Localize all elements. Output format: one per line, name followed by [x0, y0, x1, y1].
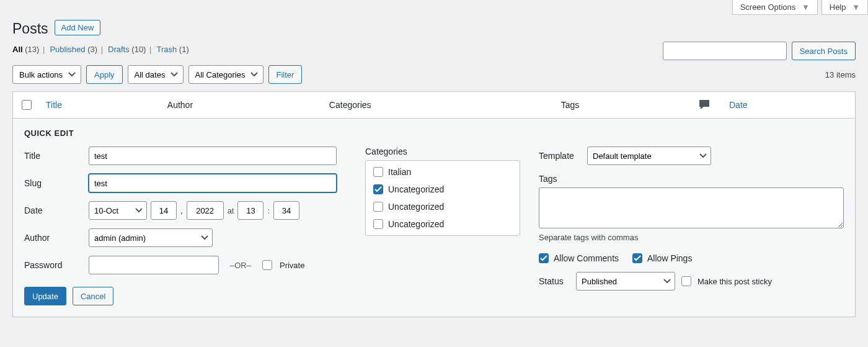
category-filter-select[interactable]: All Categories [188, 65, 264, 84]
page-title: Posts [12, 15, 48, 40]
password-label: Password [24, 260, 81, 270]
categories-label: Categories [365, 146, 520, 156]
date-filter-select[interactable]: All dates [128, 65, 184, 84]
filter-drafts-count: (10) [131, 45, 146, 54]
filter-all-count: (13) [25, 45, 39, 54]
category-checkbox-uncategorized[interactable] [373, 184, 383, 194]
filter-trash-count: (1) [179, 45, 189, 54]
screen-options-button[interactable]: Screen Options ▼ [732, 0, 818, 15]
select-all-checkbox[interactable] [22, 100, 32, 110]
password-input[interactable] [89, 256, 219, 274]
sticky-checkbox[interactable] [681, 276, 691, 286]
slug-input[interactable] [89, 174, 337, 192]
bulk-actions-select[interactable]: Bulk actions [12, 65, 81, 84]
category-checklist: Italian Uncategorized Uncategorized [365, 160, 520, 236]
tags-label: Tags [539, 174, 844, 184]
column-date[interactable]: Date [723, 92, 856, 119]
tags-textarea[interactable] [539, 187, 844, 228]
author-select[interactable]: admin (admin) [89, 228, 213, 247]
category-label: Uncategorized [388, 184, 444, 194]
apply-bulk-button[interactable]: Apply [86, 65, 123, 84]
year-input[interactable] [187, 201, 224, 220]
filter-button[interactable]: Filter [268, 65, 303, 84]
category-label: Uncategorized [388, 219, 444, 229]
allow-comments-label: Allow Comments [554, 253, 619, 263]
hour-input[interactable] [237, 201, 264, 220]
help-button[interactable]: Help ▼ [822, 0, 868, 15]
column-tags: Tags [555, 92, 686, 119]
private-label: Private [280, 261, 304, 270]
add-new-button[interactable]: Add New [55, 20, 101, 35]
minute-input[interactable] [273, 201, 299, 220]
title-label: Title [24, 151, 81, 161]
search-input[interactable] [663, 42, 787, 60]
status-label: Status [539, 276, 570, 286]
items-count: 13 items [825, 70, 856, 79]
category-label: Uncategorized [388, 202, 444, 212]
category-checkbox-uncategorized-3[interactable] [373, 219, 383, 229]
category-checkbox-italian[interactable] [373, 167, 383, 177]
template-select[interactable]: Default template [587, 146, 711, 165]
title-input[interactable] [89, 146, 337, 165]
filter-trash-link[interactable]: Trash [156, 45, 177, 54]
slug-label: Slug [24, 178, 81, 188]
tags-helper: Separate tags with commas [539, 233, 844, 242]
caret-down-icon: ▼ [802, 2, 810, 12]
column-comments[interactable] [686, 92, 723, 119]
author-label: Author [24, 233, 81, 243]
private-checkbox[interactable] [262, 260, 272, 270]
category-label: Italian [388, 167, 411, 177]
allow-comments-checkbox[interactable] [539, 253, 549, 263]
column-author: Author [161, 92, 323, 119]
template-label: Template [539, 151, 581, 161]
at-label: at [228, 206, 234, 215]
filter-published-link[interactable]: Published [50, 45, 85, 54]
sticky-label: Make this post sticky [698, 277, 772, 286]
column-title[interactable]: Title [40, 92, 161, 119]
or-label: –OR– [230, 261, 251, 270]
screen-options-label: Screen Options [740, 2, 796, 12]
comments-icon [698, 99, 711, 109]
allow-pings-checkbox[interactable] [632, 253, 642, 263]
quick-edit-legend: QUICK EDIT [24, 128, 844, 138]
cancel-button[interactable]: Cancel [73, 287, 113, 305]
date-label: Date [24, 205, 81, 215]
allow-pings-label: Allow Pings [647, 253, 692, 263]
day-input[interactable] [151, 201, 177, 220]
status-select[interactable]: Published [576, 272, 675, 291]
filter-published-count: (3) [87, 45, 97, 54]
column-categories: Categories [323, 92, 555, 119]
category-checkbox-uncategorized-2[interactable] [373, 202, 383, 212]
search-posts-button[interactable]: Search Posts [792, 42, 856, 60]
help-label: Help [830, 2, 846, 12]
filter-all-link[interactable]: All [12, 45, 23, 54]
caret-down-icon: ▼ [852, 2, 860, 12]
month-select[interactable]: 10-Oct [89, 201, 147, 220]
update-button[interactable]: Update [24, 287, 66, 305]
filter-drafts-link[interactable]: Drafts [108, 45, 130, 54]
